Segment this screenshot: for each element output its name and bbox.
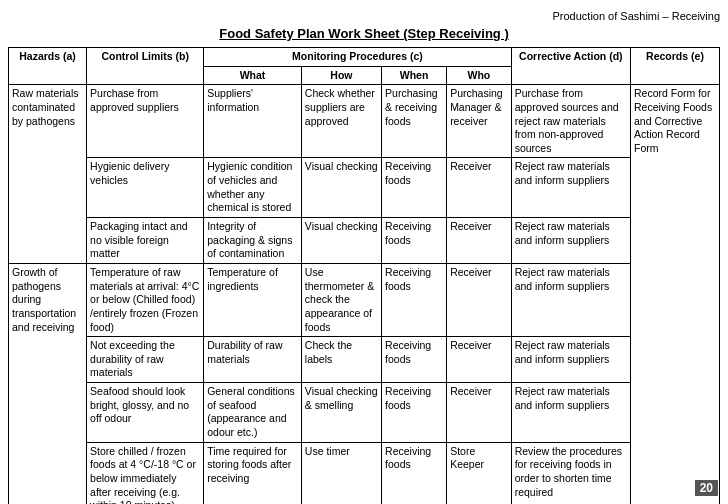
header-who: Who — [447, 66, 512, 85]
table-row: Packaging intact and no visible foreign … — [9, 218, 720, 264]
cell-when: Receiving foods — [382, 383, 447, 443]
cell-what: General conditions of seafood (appearanc… — [204, 383, 302, 443]
cell-corrective: Reject raw materials and inform supplier… — [511, 337, 630, 383]
cell-what: Suppliers' information — [204, 85, 302, 158]
header-when: When — [382, 66, 447, 85]
cell-who: Purchasing Manager & receiver — [447, 85, 512, 158]
cell-corrective: Reject raw materials and inform supplier… — [511, 383, 630, 443]
header-corrective: Corrective Action (d) — [511, 48, 630, 85]
header-how: How — [301, 66, 381, 85]
cell-when: Purchasing & receiving foods — [382, 85, 447, 158]
cell-control: Seafood should look bright, glossy, and … — [87, 383, 204, 443]
cell-what: Integrity of packaging & signs of contam… — [204, 218, 302, 264]
header-records: Records (e) — [630, 48, 719, 85]
document-header: Production of Sashimi – Receiving — [8, 10, 720, 22]
cell-control: Not exceeding the durability of raw mate… — [87, 337, 204, 383]
cell-corrective: Review the procedures for receiving food… — [511, 442, 630, 504]
cell-corrective: Reject raw materials and inform supplier… — [511, 218, 630, 264]
cell-records: Record Form for Receiving Foods and Corr… — [630, 85, 719, 504]
cell-corrective: Reject raw materials and inform supplier… — [511, 158, 630, 218]
header-what: What — [204, 66, 302, 85]
table-row: Not exceeding the durability of raw mate… — [9, 337, 720, 383]
cell-who: Receiver — [447, 218, 512, 264]
cell-what: Temperature of ingredients — [204, 263, 302, 336]
header-hazards: Hazards (a) — [9, 48, 87, 85]
page-title: Food Safety Plan Work Sheet (Step Receiv… — [8, 26, 720, 41]
cell-what: Time required for storing foods after re… — [204, 442, 302, 504]
cell-control: Purchase from approved suppliers — [87, 85, 204, 158]
table-row: Store chilled / frozen foods at 4 °C/-18… — [9, 442, 720, 504]
cell-how: Check the labels — [301, 337, 381, 383]
table-row: Growth of pathogens during transportatio… — [9, 263, 720, 336]
cell-control: Temperature of raw materials at arrival:… — [87, 263, 204, 336]
cell-corrective: Purchase from approved sources and rejec… — [511, 85, 630, 158]
table-row: Seafood should look bright, glossy, and … — [9, 383, 720, 443]
cell-control: Store chilled / frozen foods at 4 °C/-18… — [87, 442, 204, 504]
cell-how: Use thermometer & check the appearance o… — [301, 263, 381, 336]
table-row: Hygienic delivery vehiclesHygienic condi… — [9, 158, 720, 218]
cell-who: Receiver — [447, 158, 512, 218]
cell-how: Visual checking — [301, 158, 381, 218]
cell-how: Visual checking & smelling — [301, 383, 381, 443]
cell-corrective: Reject raw materials and inform supplier… — [511, 263, 630, 336]
cell-what: Hygienic condition of vehicles and wheth… — [204, 158, 302, 218]
cell-how: Visual checking — [301, 218, 381, 264]
production-label: Production of Sashimi – Receiving — [552, 10, 720, 22]
page-number: 20 — [695, 480, 718, 496]
cell-who: Receiver — [447, 263, 512, 336]
cell-what: Durability of raw materials — [204, 337, 302, 383]
cell-how: Use timer — [301, 442, 381, 504]
header-control: Control Limits (b) — [87, 48, 204, 85]
cell-who: Receiver — [447, 337, 512, 383]
cell-when: Receiving foods — [382, 337, 447, 383]
cell-when: Receiving foods — [382, 442, 447, 504]
cell-when: Receiving foods — [382, 218, 447, 264]
cell-who: Receiver — [447, 383, 512, 443]
header-monitoring: Monitoring Procedures (c) — [204, 48, 511, 67]
cell-hazard-raw: Raw materials contaminated by pathogens — [9, 85, 87, 264]
cell-when: Receiving foods — [382, 263, 447, 336]
food-safety-table: Hazards (a) Control Limits (b) Monitorin… — [8, 47, 720, 504]
cell-control: Packaging intact and no visible foreign … — [87, 218, 204, 264]
cell-when: Receiving foods — [382, 158, 447, 218]
cell-control: Hygienic delivery vehicles — [87, 158, 204, 218]
cell-who: Store Keeper — [447, 442, 512, 504]
cell-how: Check whether suppliers are approved — [301, 85, 381, 158]
table-row: Raw materials contaminated by pathogensP… — [9, 85, 720, 158]
cell-hazard-growth: Growth of pathogens during transportatio… — [9, 263, 87, 504]
